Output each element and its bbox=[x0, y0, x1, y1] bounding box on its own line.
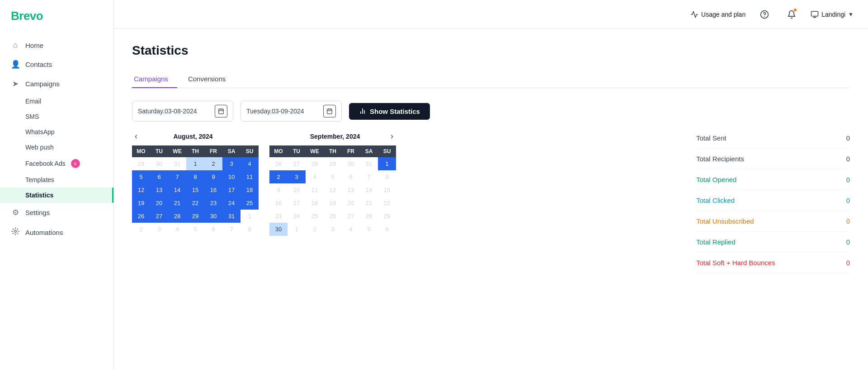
cal-day[interactable]: 14 bbox=[360, 183, 378, 197]
sidebar-item-webpush[interactable]: Web push bbox=[0, 140, 113, 155]
cal-day[interactable]: 6 bbox=[378, 223, 396, 236]
next-month-button[interactable]: › bbox=[388, 131, 396, 142]
cal-day[interactable]: 8 bbox=[241, 223, 259, 236]
cal-day[interactable]: 3 bbox=[288, 170, 306, 183]
cal-day[interactable]: 31 bbox=[222, 210, 241, 223]
prev-month-button[interactable]: ‹ bbox=[132, 131, 140, 142]
cal-day[interactable]: 21 bbox=[168, 197, 186, 210]
cal-day[interactable]: 4 bbox=[168, 223, 186, 236]
start-calendar-icon[interactable] bbox=[215, 105, 227, 117]
cal-day[interactable]: 10 bbox=[288, 183, 306, 197]
sidebar-item-home[interactable]: ⌂ Home bbox=[0, 36, 113, 55]
sidebar-item-sms[interactable]: SMS bbox=[0, 109, 113, 124]
cal-day[interactable]: 2 bbox=[269, 170, 288, 183]
help-button[interactable] bbox=[756, 6, 773, 23]
sidebar-item-contacts[interactable]: 👤 Contacts bbox=[0, 55, 113, 74]
cal-day[interactable]: 1 bbox=[378, 157, 396, 170]
cal-day[interactable]: 25 bbox=[306, 210, 324, 223]
cal-day[interactable]: 3 bbox=[222, 157, 241, 170]
cal-day[interactable]: 30 bbox=[150, 157, 168, 170]
cal-day[interactable]: 19 bbox=[132, 197, 150, 210]
cal-day[interactable]: 31 bbox=[168, 157, 186, 170]
cal-day[interactable]: 2 bbox=[132, 223, 150, 236]
cal-day[interactable]: 1 bbox=[186, 157, 204, 170]
cal-day[interactable]: 12 bbox=[132, 183, 150, 197]
cal-day[interactable]: 23 bbox=[204, 197, 222, 210]
cal-day[interactable]: 28 bbox=[168, 210, 186, 223]
cal-day[interactable]: 10 bbox=[222, 170, 241, 183]
cal-day[interactable]: 16 bbox=[204, 183, 222, 197]
cal-day[interactable]: 7 bbox=[360, 170, 378, 183]
cal-day[interactable]: 26 bbox=[132, 210, 150, 223]
cal-day[interactable]: 12 bbox=[324, 183, 342, 197]
cal-day[interactable]: 8 bbox=[378, 170, 396, 183]
end-date-input[interactable] bbox=[246, 108, 319, 115]
cal-day[interactable]: 5 bbox=[360, 223, 378, 236]
cal-day[interactable]: 8 bbox=[186, 170, 204, 183]
cal-day[interactable]: 22 bbox=[378, 197, 396, 210]
cal-day[interactable]: 5 bbox=[324, 170, 342, 183]
user-menu-button[interactable]: Landingi ▼ bbox=[811, 10, 854, 19]
sidebar-item-whatsapp[interactable]: WhatsApp bbox=[0, 124, 113, 140]
cal-day[interactable]: 13 bbox=[342, 183, 360, 197]
cal-day[interactable]: 7 bbox=[222, 223, 241, 236]
cal-day[interactable]: 1 bbox=[241, 210, 259, 223]
cal-day[interactable]: 29 bbox=[132, 157, 150, 170]
cal-day[interactable]: 3 bbox=[150, 223, 168, 236]
cal-day[interactable]: 17 bbox=[222, 183, 241, 197]
cal-day[interactable]: 30 bbox=[342, 157, 360, 170]
usage-and-plan-button[interactable]: Usage and plan bbox=[690, 10, 745, 19]
show-statistics-button[interactable]: Show Statistics bbox=[349, 103, 430, 120]
cal-day[interactable]: 18 bbox=[306, 197, 324, 210]
cal-day[interactable]: 6 bbox=[342, 170, 360, 183]
sidebar-item-campaigns[interactable]: ➤ Campaigns bbox=[0, 74, 113, 94]
cal-day[interactable]: 30 bbox=[269, 223, 288, 236]
cal-day[interactable]: 2 bbox=[306, 223, 324, 236]
sidebar-item-automations[interactable]: Automations bbox=[0, 222, 113, 243]
cal-day[interactable]: 21 bbox=[360, 197, 378, 210]
cal-day[interactable]: 20 bbox=[150, 197, 168, 210]
cal-day[interactable]: 27 bbox=[342, 210, 360, 223]
cal-day[interactable]: 20 bbox=[342, 197, 360, 210]
sidebar-item-templates[interactable]: Templates bbox=[0, 172, 113, 187]
cal-day[interactable]: 9 bbox=[269, 183, 288, 197]
cal-day[interactable]: 24 bbox=[288, 210, 306, 223]
notifications-button[interactable] bbox=[783, 6, 800, 23]
cal-day[interactable]: 3 bbox=[324, 223, 342, 236]
cal-day[interactable]: 6 bbox=[204, 223, 222, 236]
cal-day[interactable]: 4 bbox=[342, 223, 360, 236]
cal-day[interactable]: 17 bbox=[288, 197, 306, 210]
sidebar-item-settings[interactable]: ⚙ Settings bbox=[0, 203, 113, 222]
cal-day[interactable]: 4 bbox=[241, 157, 259, 170]
cal-day[interactable]: 22 bbox=[186, 197, 204, 210]
cal-day[interactable]: 26 bbox=[269, 157, 288, 170]
cal-day[interactable]: 11 bbox=[241, 170, 259, 183]
sidebar-item-statistics[interactable]: Statistics bbox=[0, 187, 113, 203]
cal-day[interactable]: 26 bbox=[324, 210, 342, 223]
cal-day[interactable]: 2 bbox=[204, 157, 222, 170]
cal-day[interactable]: 5 bbox=[132, 170, 150, 183]
cal-day[interactable]: 11 bbox=[306, 183, 324, 197]
cal-day[interactable]: 1 bbox=[288, 223, 306, 236]
cal-day[interactable]: 4 bbox=[306, 170, 324, 183]
cal-day[interactable]: 14 bbox=[168, 183, 186, 197]
sidebar-item-email[interactable]: Email bbox=[0, 94, 113, 109]
cal-day[interactable]: 7 bbox=[168, 170, 186, 183]
cal-day[interactable]: 27 bbox=[150, 210, 168, 223]
cal-day[interactable]: 30 bbox=[204, 210, 222, 223]
cal-day[interactable]: 15 bbox=[186, 183, 204, 197]
cal-day[interactable]: 29 bbox=[186, 210, 204, 223]
cal-day[interactable]: 15 bbox=[378, 183, 396, 197]
cal-day[interactable]: 23 bbox=[269, 210, 288, 223]
tab-campaigns[interactable]: Campaigns bbox=[132, 70, 177, 88]
cal-day[interactable]: 28 bbox=[360, 210, 378, 223]
cal-day[interactable]: 25 bbox=[241, 197, 259, 210]
cal-day[interactable]: 16 bbox=[269, 197, 288, 210]
start-date-input[interactable] bbox=[138, 108, 210, 115]
cal-day[interactable]: 19 bbox=[324, 197, 342, 210]
sidebar-item-facebookads[interactable]: Facebook Ads ♕ bbox=[0, 155, 113, 172]
cal-day[interactable]: 29 bbox=[378, 210, 396, 223]
cal-day[interactable]: 27 bbox=[288, 157, 306, 170]
cal-day[interactable]: 18 bbox=[241, 183, 259, 197]
end-calendar-icon[interactable] bbox=[323, 105, 336, 117]
